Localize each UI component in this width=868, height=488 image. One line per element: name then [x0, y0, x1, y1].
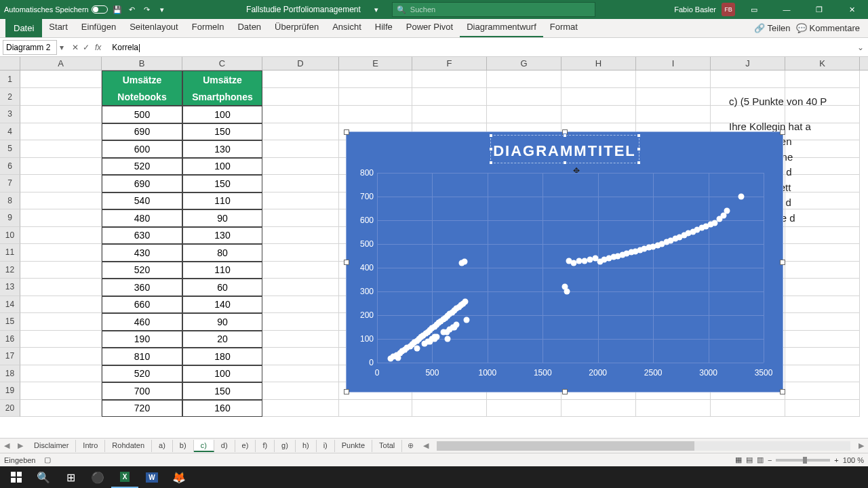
search-taskbar-icon[interactable]: 🔍	[30, 466, 57, 488]
cell[interactable]	[711, 400, 785, 418]
cell[interactable]: 90	[182, 209, 262, 227]
tab-scroll-left-icon[interactable]: ◀	[419, 441, 433, 450]
cell[interactable]	[262, 365, 339, 383]
sheet-tab[interactable]: Total	[372, 440, 402, 452]
cell[interactable]	[262, 296, 339, 314]
cell[interactable]	[785, 365, 860, 383]
ribbon-tab-power pivot[interactable]: Power Pivot	[399, 19, 460, 37]
cell[interactable]	[785, 262, 860, 279]
cell[interactable]	[785, 348, 860, 365]
view-pagebreak-icon[interactable]: ▥	[757, 455, 764, 464]
cell[interactable]	[262, 331, 339, 348]
row-header[interactable]: 10	[0, 227, 20, 245]
cell[interactable]	[339, 88, 412, 106]
data-point[interactable]	[564, 289, 570, 295]
zoom-out-icon[interactable]: −	[768, 456, 772, 464]
row-header[interactable]: 1	[0, 70, 20, 88]
resize-handle[interactable]	[344, 389, 349, 394]
sheet-tab[interactable]: Punkte	[335, 440, 372, 452]
row-header[interactable]: 11	[0, 244, 20, 262]
resize-handle[interactable]	[344, 129, 349, 135]
view-pagelayout-icon[interactable]: ▤	[746, 455, 753, 464]
cell[interactable]: 100	[182, 158, 262, 176]
data-point[interactable]	[738, 194, 745, 200]
cell[interactable]	[785, 70, 860, 88]
sheet-tab[interactable]: f)	[256, 440, 275, 452]
data-point[interactable]	[433, 333, 439, 340]
cell[interactable]	[412, 70, 487, 88]
ribbon-tab-überprüfen[interactable]: Überprüfen	[268, 19, 326, 37]
column-header[interactable]: G	[487, 57, 561, 70]
cell[interactable]	[262, 192, 339, 210]
sheet-tab[interactable]: Rohdaten	[105, 440, 152, 452]
cell[interactable]: 150	[182, 123, 262, 141]
cell[interactable]	[262, 313, 339, 331]
cell[interactable]: 140	[182, 296, 262, 314]
column-header[interactable]: K	[785, 57, 860, 70]
obs-icon[interactable]: ⚫	[84, 466, 111, 488]
cell[interactable]	[20, 227, 102, 245]
row-header[interactable]: 5	[0, 140, 20, 158]
spreadsheet-grid[interactable]: ABCDEFGHIJK 1UmsätzeUmsätze2NotebooksSma…	[0, 57, 868, 438]
cell[interactable]: 520	[102, 262, 182, 279]
data-point[interactable]	[454, 322, 460, 328]
cell[interactable]	[20, 262, 102, 279]
close-icon[interactable]: ✕	[838, 0, 865, 19]
sheet-tab[interactable]: Disclaimer	[27, 440, 76, 452]
ribbon-tab-formeln[interactable]: Formeln	[185, 19, 231, 37]
zoom-in-icon[interactable]: +	[834, 456, 838, 464]
ribbon-tab-daten[interactable]: Daten	[231, 19, 268, 37]
cell[interactable]	[262, 70, 339, 88]
column-header[interactable]: C	[182, 57, 262, 70]
cell[interactable]	[262, 279, 339, 296]
row-header[interactable]: 17	[0, 348, 20, 365]
horizontal-scrollbar[interactable]	[437, 441, 850, 451]
cell[interactable]	[262, 400, 339, 418]
ribbon-tab-diagrammentwurf[interactable]: Diagrammentwurf	[460, 19, 543, 37]
row-header[interactable]: 15	[0, 313, 20, 331]
view-normal-icon[interactable]: ▦	[735, 455, 742, 464]
cell[interactable]: 660	[102, 296, 182, 314]
row-header[interactable]: 3	[0, 106, 20, 123]
fx-icon[interactable]: fx	[95, 43, 106, 52]
cell[interactable]	[20, 158, 102, 176]
ribbon-tab-start[interactable]: Start	[42, 19, 74, 37]
sheet-nav-prev-icon[interactable]: ◀	[0, 441, 14, 450]
row-header[interactable]: 19	[0, 382, 20, 400]
cell[interactable]: Smartphones	[182, 88, 262, 106]
cell[interactable]	[20, 382, 102, 400]
cell[interactable]	[785, 244, 860, 262]
cell[interactable]	[20, 296, 102, 314]
cell[interactable]	[636, 70, 711, 88]
cell[interactable]	[20, 348, 102, 365]
chart-plot-area[interactable]: 0100200300400500600700800050010001500200…	[377, 173, 764, 363]
cell[interactable]	[262, 140, 339, 158]
chart-title[interactable]: DIAGRAMMTITEL	[490, 135, 639, 163]
ribbon-tab-ansicht[interactable]: Ansicht	[326, 19, 368, 37]
cell[interactable]: Umsätze	[182, 70, 262, 88]
cell[interactable]: Notebooks	[102, 88, 182, 106]
resize-handle[interactable]	[562, 389, 568, 394]
data-point[interactable]	[445, 336, 451, 342]
save-icon[interactable]: 💾	[112, 4, 123, 15]
cell[interactable]	[20, 106, 102, 123]
column-header[interactable]: B	[102, 57, 182, 70]
embedded-chart[interactable]: DIAGRAMMTITEL ✥ 010020030040050060070080…	[346, 131, 783, 392]
cell[interactable]	[20, 88, 102, 106]
cell[interactable]	[785, 400, 860, 418]
cell[interactable]	[20, 192, 102, 210]
zoom-slider[interactable]	[776, 459, 830, 462]
cell[interactable]: 520	[102, 365, 182, 383]
sheet-tab[interactable]: d)	[214, 440, 235, 452]
name-box-dropdown-icon[interactable]: ▾	[57, 43, 66, 52]
cell[interactable]	[20, 331, 102, 348]
resize-handle[interactable]	[780, 389, 785, 394]
cell[interactable]: Umsätze	[102, 70, 182, 88]
cell[interactable]	[20, 123, 102, 141]
sheet-tab[interactable]: Intro	[76, 440, 105, 452]
cell[interactable]	[262, 382, 339, 400]
cell[interactable]: 20	[182, 331, 262, 348]
autosave-toggle[interactable]: Automatisches Speichern	[4, 5, 108, 14]
cell[interactable]: 720	[102, 400, 182, 418]
select-all-corner[interactable]	[0, 57, 20, 70]
